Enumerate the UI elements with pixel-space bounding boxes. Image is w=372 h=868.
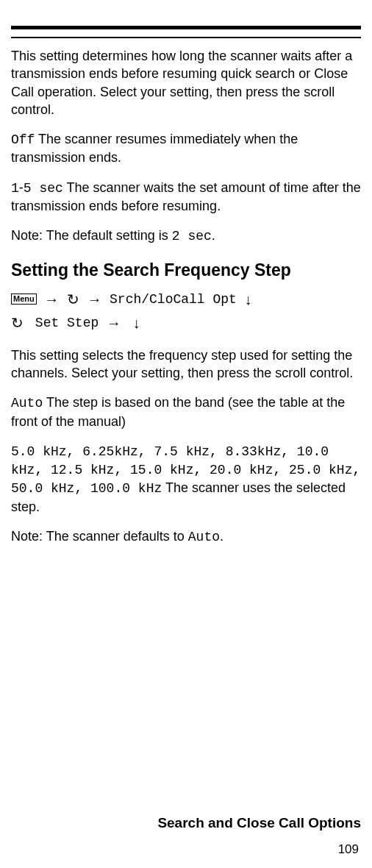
- note1-value: 2 sec: [172, 229, 212, 243]
- range-1: 1: [11, 181, 19, 196]
- arrow-down-icon: ↓: [132, 315, 140, 331]
- off-option: Off The scanner resumes immediately when…: [11, 130, 361, 167]
- nav-srch-clocall: Srch/CloCall Opt: [110, 291, 237, 306]
- footer-title: Search and Close Call Options: [157, 815, 361, 831]
- auto-option: Auto The step is based on the band (see …: [11, 394, 361, 430]
- note2-value: Auto: [188, 530, 220, 544]
- intro-paragraph: This setting determines how long the sca…: [11, 47, 361, 118]
- auto-description: The step is based on the band (see the t…: [11, 395, 345, 428]
- arrow-right-icon: →: [83, 291, 106, 307]
- note1-prefix: Note: The default setting is: [11, 228, 172, 243]
- content-area: This setting determines how long the sca…: [0, 47, 372, 546]
- top-rule-thick: [11, 26, 361, 29]
- step-paragraph: This setting selects the frequency step …: [11, 346, 361, 383]
- note-default: Note: The default setting is 2 sec.: [11, 227, 361, 245]
- range-option: 1-5 sec The scanner waits the set amount…: [11, 179, 361, 216]
- section-heading: Setting the Search Frequency Step: [11, 260, 361, 280]
- scroll-icon: ↻: [11, 315, 24, 331]
- menu-button-icon: Menu: [11, 294, 37, 305]
- range-5sec: 5 sec: [24, 181, 63, 196]
- arrow-right-icon: →: [102, 315, 125, 331]
- off-description: The scanner resumes immediately when the…: [11, 132, 298, 165]
- note-auto: Note: The scanner defaults to Auto.: [11, 527, 361, 546]
- range-description: The scanner waits the set amount of time…: [11, 180, 361, 213]
- scroll-icon: ↻: [67, 291, 79, 307]
- note2-prefix: Note: The scanner defaults to: [11, 529, 188, 544]
- auto-label: Auto: [11, 396, 43, 410]
- page-number: 109: [338, 842, 359, 857]
- arrow-down-icon: ↓: [240, 291, 252, 307]
- nav-set-step: Set Step: [27, 315, 99, 330]
- off-label: Off: [11, 132, 35, 147]
- note1-suffix: .: [212, 228, 215, 243]
- top-rule-thin: [11, 37, 361, 38]
- navigation-path: Menu → ↻ → Srch/CloCall Opt ↓ ↻ Set Step…: [11, 288, 361, 335]
- note2-suffix: .: [220, 529, 223, 544]
- arrow-right-icon: →: [40, 291, 63, 307]
- steps-option: 5.0 kHz, 6.25kHz, 7.5 kHz, 8.33kHz, 10.0…: [11, 442, 361, 516]
